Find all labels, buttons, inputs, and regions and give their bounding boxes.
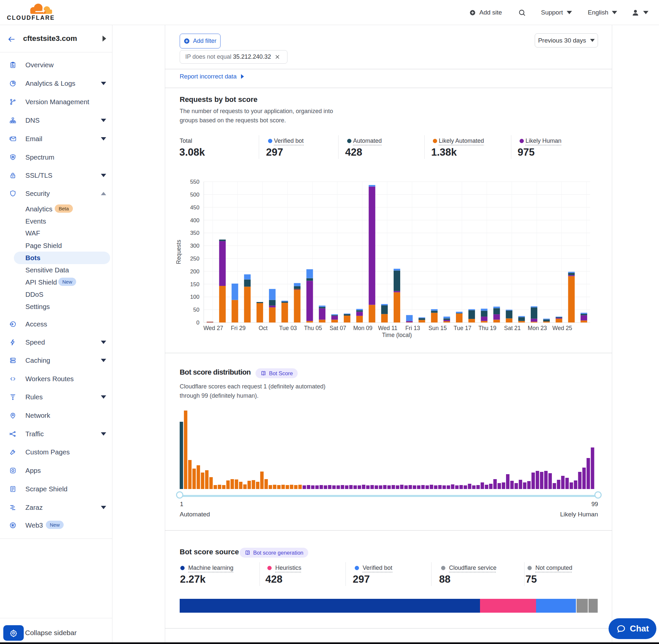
svg-text:550: 550	[190, 179, 199, 185]
svg-text:Requests: Requests	[175, 240, 182, 264]
svg-text:Sat 21: Sat 21	[504, 325, 521, 331]
svg-text:Tue 03: Tue 03	[279, 325, 297, 331]
svg-text:450: 450	[190, 204, 199, 211]
svg-text:Wed 11: Wed 11	[378, 325, 398, 331]
svg-text:300: 300	[190, 243, 199, 249]
svg-text:200: 200	[190, 269, 199, 275]
svg-text:Thu 19: Thu 19	[478, 325, 496, 331]
svg-text:Mon 09: Mon 09	[353, 325, 372, 331]
svg-text:Sun 15: Sun 15	[428, 325, 447, 331]
svg-text:50: 50	[193, 307, 199, 313]
svg-text:Sat 07: Sat 07	[330, 325, 347, 331]
svg-text:Fri 29: Fri 29	[231, 325, 245, 331]
svg-text:Wed 27: Wed 27	[204, 325, 223, 331]
svg-text:0: 0	[196, 320, 199, 326]
svg-text:Mon 23: Mon 23	[528, 325, 547, 331]
svg-text:100: 100	[190, 294, 199, 300]
svg-text:Tue 17: Tue 17	[454, 325, 471, 331]
svg-text:Thu 05: Thu 05	[304, 325, 322, 331]
svg-text:400: 400	[190, 217, 199, 224]
svg-text:150: 150	[190, 281, 199, 288]
svg-text:350: 350	[190, 230, 199, 236]
svg-text:Time (local): Time (local)	[382, 332, 412, 338]
svg-text:Wed 25: Wed 25	[552, 325, 572, 331]
svg-text:250: 250	[190, 256, 199, 262]
svg-text:Oct: Oct	[258, 325, 267, 331]
svg-text:Fri 13: Fri 13	[405, 325, 420, 331]
svg-text:500: 500	[190, 191, 199, 198]
